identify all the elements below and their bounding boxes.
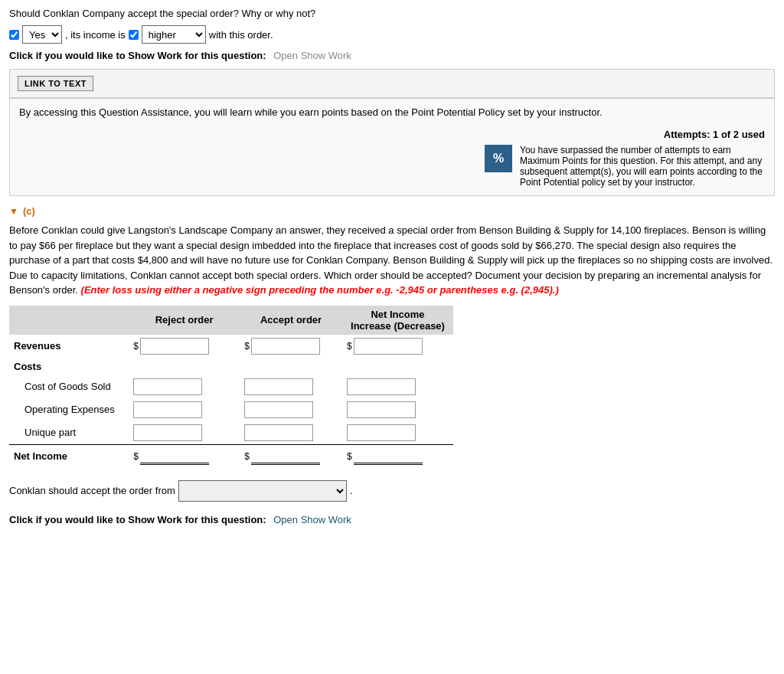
cell-unique-accept (240, 421, 342, 445)
cell-costs-net (342, 358, 453, 375)
show-work-link-1[interactable]: Open Show Work (273, 50, 351, 61)
cell-unique-net (342, 421, 453, 445)
triangle-icon: ▼ (9, 206, 18, 217)
input-unique-accept[interactable] (244, 424, 313, 441)
input-unique-reject[interactable] (133, 424, 202, 441)
attempts-label: Attempts: 1 of 2 used (485, 129, 765, 140)
table-row-net-income: Net Income $ $ $ (9, 444, 453, 468)
table-row-costs: Costs (9, 358, 453, 375)
attempts-msg: You have surpassed the number of attempt… (520, 145, 765, 188)
cell-opex-net (342, 398, 453, 421)
row-label-revenues: Revenues (9, 335, 129, 358)
dollar-sign: $ (244, 451, 250, 462)
input-opex-accept[interactable] (244, 401, 313, 418)
input-opex-reject[interactable] (133, 401, 202, 418)
higher-checkbox[interactable] (129, 30, 139, 40)
part-label: (c) (23, 205, 35, 217)
input-revenues-net[interactable] (354, 338, 423, 355)
col-header-reject: Reject order (129, 306, 240, 335)
input-revenues-accept[interactable] (251, 338, 320, 355)
cell-revenues-reject: $ (129, 335, 240, 358)
link-to-text-button[interactable]: LINK TO TEXT (18, 76, 93, 91)
higher-dropdown[interactable]: higher lower the same (142, 25, 206, 44)
dollar-sign: $ (244, 341, 250, 352)
dollar-sign: $ (133, 451, 139, 462)
col-header-label (9, 306, 129, 335)
attempts-right: Attempts: 1 of 2 used % You have surpass… (485, 129, 765, 188)
row-label-costs: Costs (9, 358, 129, 375)
answer-row: Yes No , its income is higher lower the … (9, 25, 775, 44)
input-opex-net[interactable] (347, 401, 416, 418)
conklan-label: Conklan should accept the order from (9, 485, 175, 496)
cell-cogs-accept (240, 375, 342, 398)
col-header-net: Net IncomeIncrease (Decrease) (342, 306, 453, 335)
checkbox-container: Yes No (9, 25, 62, 44)
analysis-table: Reject order Accept order Net IncomeIncr… (9, 306, 453, 468)
table-container: Reject order Accept order Net IncomeIncr… (9, 306, 775, 468)
table-header-row: Reject order Accept order Net IncomeIncr… (9, 306, 453, 335)
table-row-cogs: Cost of Goods Sold (9, 375, 453, 398)
row-label-cogs: Cost of Goods Sold (9, 375, 129, 398)
cell-cogs-reject (129, 375, 240, 398)
higher-checkbox-container: higher lower the same (129, 25, 206, 44)
cell-cogs-net (342, 375, 453, 398)
percent-icon: % (485, 145, 512, 172)
input-unique-net[interactable] (347, 424, 416, 441)
attempts-content: % You have surpassed the number of attem… (485, 145, 765, 188)
input-net-reject[interactable] (140, 448, 209, 465)
conklan-dropdown[interactable]: Langston's Landscape Company Benson Buil… (178, 480, 347, 502)
dollar-sign: $ (347, 341, 352, 352)
attempts-section: Attempts: 1 of 2 used % You have surpass… (19, 129, 765, 188)
cell-net-net: $ (342, 444, 453, 468)
part-header: ▼ (c) (9, 205, 775, 217)
table-row-unique: Unique part (9, 421, 453, 445)
cell-costs-reject (129, 358, 240, 375)
show-work-label-2: Click if you would like to Show Work for… (9, 514, 266, 525)
table-row-revenues: Revenues $ $ $ (9, 335, 453, 358)
row-label-unique: Unique part (9, 421, 129, 445)
show-work-line-1: Click if you would like to Show Work for… (9, 50, 775, 61)
cell-net-accept: $ (240, 444, 342, 468)
cell-opex-accept (240, 398, 342, 421)
input-net-accept[interactable] (251, 448, 320, 465)
cell-costs-accept (240, 358, 342, 375)
part-desc-red: (Enter loss using either a negative sign… (81, 284, 559, 296)
row-label-opex: Operating Expenses (9, 398, 129, 421)
cell-revenues-accept: $ (240, 335, 342, 358)
yes-dropdown[interactable]: Yes No (22, 25, 62, 44)
input-net-net[interactable] (354, 448, 423, 465)
info-box: By accessing this Question Assistance, y… (9, 98, 775, 196)
cell-net-reject: $ (129, 444, 240, 468)
col-header-accept: Accept order (240, 306, 342, 335)
input-cogs-net[interactable] (347, 378, 416, 395)
answer-prefix: , its income is (65, 29, 126, 41)
conklan-row: Conklan should accept the order from Lan… (9, 480, 775, 502)
dollar-sign: $ (347, 451, 352, 462)
yes-checkbox[interactable] (9, 30, 19, 40)
dollar-sign: $ (133, 341, 139, 352)
input-cogs-accept[interactable] (244, 378, 313, 395)
show-work-line-2: Click if you would like to Show Work for… (9, 514, 775, 525)
info-text: By accessing this Question Assistance, y… (19, 106, 765, 118)
cell-revenues-net: $ (342, 335, 453, 358)
conklan-period: . (350, 485, 353, 496)
input-cogs-reject[interactable] (133, 378, 202, 395)
show-work-label-1: Click if you would like to Show Work for… (9, 50, 266, 61)
link-to-text-bar: LINK TO TEXT (9, 69, 775, 98)
answer-suffix: with this order. (209, 29, 273, 41)
part-description: Before Conklan could give Langston's Lan… (9, 223, 775, 298)
cell-unique-reject (129, 421, 240, 445)
input-revenues-reject[interactable] (140, 338, 209, 355)
show-work-link-2[interactable]: Open Show Work (273, 514, 351, 525)
row-label-net-income: Net Income (9, 444, 129, 468)
cell-opex-reject (129, 398, 240, 421)
table-row-opex: Operating Expenses (9, 398, 453, 421)
question-text: Should Conklan Company accept the specia… (9, 8, 775, 19)
